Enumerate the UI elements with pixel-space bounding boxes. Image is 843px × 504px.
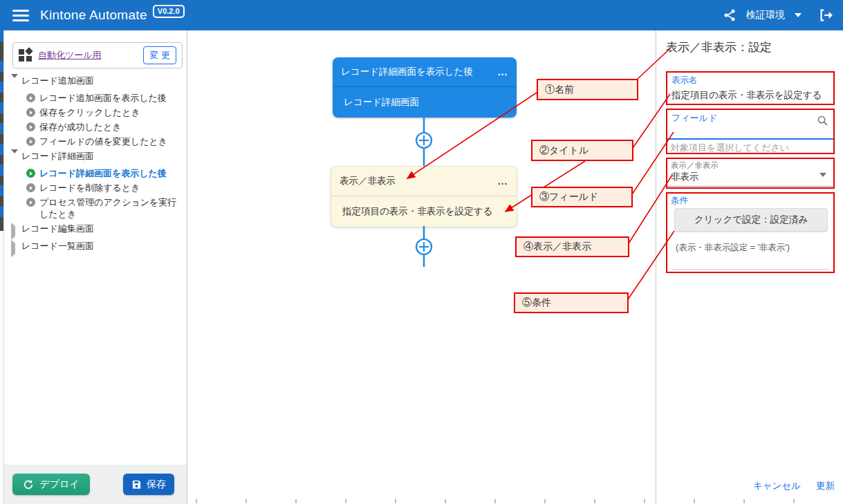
- visibility-value: 非表示: [671, 171, 699, 183]
- app-title: Kintone Automate: [40, 8, 147, 23]
- logout-icon[interactable]: [818, 8, 833, 23]
- tree-group-record-detail[interactable]: レコード詳細画面: [7, 149, 185, 166]
- update-link[interactable]: 更新: [816, 480, 835, 492]
- annotation-label: ①名前: [545, 84, 574, 96]
- annotation-label: ③フィールド: [539, 191, 598, 203]
- change-app-button[interactable]: 変 更: [143, 46, 176, 64]
- annotation-label: ②タイトル: [539, 144, 589, 157]
- display-name-section: 表示名 指定項目の表示・非表示を設定する: [666, 71, 835, 105]
- annotation-title: ②タイトル: [531, 140, 633, 161]
- tree-group-label: レコード詳細画面: [21, 150, 94, 162]
- tree-item-label: フィールドの値を変更したとき: [39, 136, 167, 147]
- tree-item-save-success[interactable]: 保存が成功したとき: [7, 120, 185, 134]
- action-node-title: 表示／非表示: [340, 175, 492, 187]
- more-options-icon[interactable]: …: [497, 69, 508, 75]
- save-button[interactable]: 保存: [123, 474, 174, 495]
- display-name-label: 表示名: [671, 75, 829, 86]
- field-label: フィールド: [671, 112, 717, 124]
- event-play-icon: [26, 198, 35, 207]
- save-button-label: 保存: [147, 478, 166, 491]
- visibility-label: 表示／非表示: [671, 160, 719, 171]
- tree-item-detail-shown-active[interactable]: レコード詳細画面を表示した後: [7, 166, 185, 180]
- annotation-label: ④表示／非表示: [524, 241, 591, 253]
- app-selector-box: 自動化ツール用 変 更: [12, 42, 183, 68]
- event-node-title: レコード詳細画面を表示した後: [341, 66, 492, 78]
- annotation-name: ①名前: [537, 79, 638, 100]
- deploy-button-label: デプロイ: [39, 478, 79, 491]
- event-play-icon: [26, 108, 35, 117]
- tree-group-record-add[interactable]: レコード追加画面: [7, 73, 185, 91]
- tree-item-label: レコード追加画面を表示した後: [39, 92, 167, 104]
- refresh-icon: [23, 479, 34, 490]
- field-section[interactable]: フィールド 対象項目を選択してください: [666, 109, 835, 154]
- hamburger-menu-icon[interactable]: [12, 7, 29, 24]
- annotation-condition: ⑤条件: [514, 292, 629, 313]
- action-node-subtitle: 指定項目の表示・非表示を設定する: [331, 196, 517, 227]
- panel-title: 表示／非表示：設定: [666, 39, 772, 55]
- more-options-icon[interactable]: …: [497, 178, 508, 184]
- sidebar-footer: デプロイ 保存: [4, 465, 187, 504]
- tree-item-label: 保存をクリックしたとき: [39, 106, 140, 118]
- field-placeholder: 対象項目を選択してください: [671, 142, 789, 154]
- action-node[interactable]: 表示／非表示 … 指定項目の表示・非表示を設定する: [331, 166, 517, 227]
- event-play-icon: [26, 137, 35, 146]
- tree-item-label: 保存が成功したとき: [39, 121, 122, 133]
- event-play-icon-active: [26, 169, 35, 178]
- tree-item-add-shown[interactable]: レコード追加画面を表示した後: [7, 91, 185, 105]
- event-node-subtitle: レコード詳細画面: [333, 87, 517, 118]
- condition-section: 条件 クリックで設定：設定済み (表示・非表示設定 = '非表示'): [666, 192, 835, 273]
- caret-closed-icon: [11, 240, 15, 257]
- tree-item-label: レコードを削除するとき: [39, 182, 140, 194]
- select-underline: [667, 186, 833, 187]
- left-edge-strip: [0, 30, 4, 504]
- tree-item-label: プロセス管理のアクションを実行したとき: [39, 196, 185, 220]
- share-icon[interactable]: [723, 8, 737, 22]
- kintone-app-icon: [19, 48, 33, 62]
- field-input-underline: [667, 138, 833, 140]
- tree-item-label: レコード詳細画面を表示した後: [39, 167, 167, 179]
- tree-item-save-clicked[interactable]: 保存をクリックしたとき: [7, 105, 185, 120]
- version-badge: V0.2.0: [153, 5, 185, 18]
- environment-selector-label[interactable]: 検証環境: [746, 9, 785, 21]
- annotation-visibility: ④表示／非表示: [515, 236, 629, 257]
- flow-canvas: レコード詳細画面を表示した後 … レコード詳細画面 表示／非表示 … 指定項目の…: [187, 30, 656, 504]
- bottom-ruler-ticks: [196, 499, 843, 503]
- tree-item-record-delete[interactable]: レコードを削除するとき: [7, 180, 185, 195]
- condition-label: 条件: [671, 195, 688, 207]
- event-node[interactable]: レコード詳細画面を表示した後 … レコード詳細画面: [333, 57, 517, 118]
- app-header: Kintone Automate V0.2.0 検証環境: [0, 0, 843, 30]
- tree-group-label: レコード追加画面: [21, 75, 94, 86]
- condition-set-button[interactable]: クリックで設定：設定済み: [674, 208, 828, 232]
- tree-item-process-action[interactable]: プロセス管理のアクションを実行したとき: [7, 195, 185, 221]
- event-play-icon: [26, 93, 35, 102]
- settings-panel: 表示／非表示：設定 表示名 指定項目の表示・非表示を設定する フィールド 対象項…: [657, 30, 843, 504]
- caret-open-icon: [11, 74, 18, 88]
- event-play-icon: [26, 122, 35, 131]
- floppy-icon: [131, 479, 142, 489]
- event-play-icon: [26, 183, 35, 192]
- search-icon[interactable]: [817, 115, 828, 127]
- tree-item-field-changed[interactable]: フィールドの値を変更したとき: [7, 134, 185, 149]
- environment-caret-down-icon[interactable]: [795, 13, 802, 17]
- tree-group-record-edit[interactable]: レコード編集画面: [7, 221, 185, 239]
- select-caret-down-icon[interactable]: [819, 173, 826, 177]
- display-name-value: 指定項目の表示・非表示を設定する: [671, 89, 829, 102]
- sidebar: 自動化ツール用 変 更 レコード追加画面 レコード追加画面を表示した後 保存をク…: [4, 30, 187, 504]
- tree-group-label: レコード一覧画面: [21, 240, 94, 252]
- visibility-section[interactable]: 表示／非表示 非表示: [666, 158, 835, 189]
- annotation-label: ⑤条件: [522, 297, 551, 309]
- caret-open-icon: [11, 149, 18, 164]
- condition-divider: [671, 269, 829, 270]
- cancel-link[interactable]: キャンセル: [753, 480, 801, 492]
- annotation-field: ③フィールド: [531, 187, 633, 207]
- deploy-button[interactable]: デプロイ: [12, 474, 90, 495]
- caret-closed-icon: [11, 223, 15, 240]
- app-link[interactable]: 自動化ツール用: [38, 49, 138, 62]
- condition-expression: (表示・非表示設定 = '非表示'): [676, 242, 790, 254]
- tree-group-record-list[interactable]: レコード一覧画面: [7, 239, 185, 256]
- event-tree: レコード追加画面 レコード追加画面を表示した後 保存をクリックしたとき 保存が成…: [7, 73, 185, 256]
- tree-group-label: レコード編集画面: [21, 223, 94, 234]
